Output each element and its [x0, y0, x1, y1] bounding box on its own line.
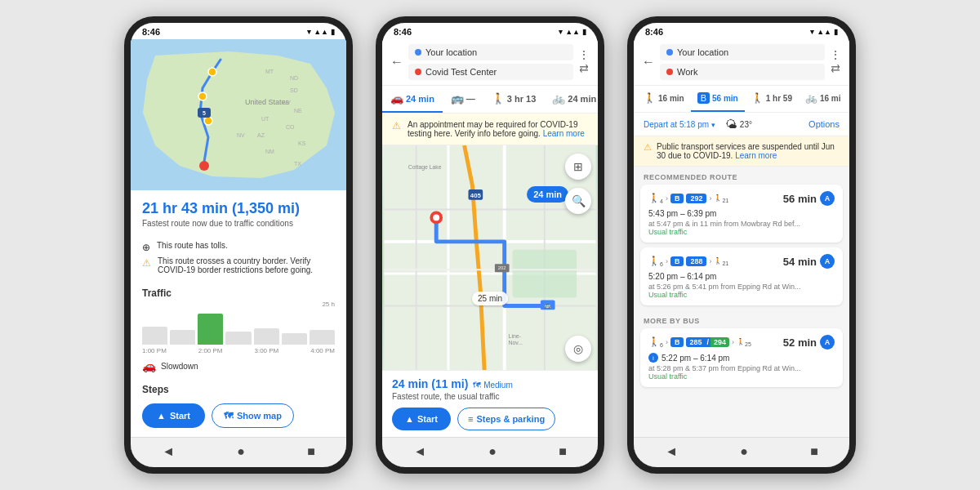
map-svg-1: United States MT ND SD WY NE UT CO KS TX… [131, 39, 346, 190]
steps-section: Steps [131, 379, 346, 399]
bus-number-288: 288 [686, 256, 706, 266]
map-svg-2: Cottage Lake Line- Nov... 405 202 🚌 [382, 145, 598, 370]
destination-dot [415, 69, 421, 75]
search-actions-3: ⋮ ⇅ [830, 48, 841, 76]
more-options-button-3[interactable]: ⋮ [830, 48, 841, 61]
nav-home-3[interactable]: ● [733, 443, 755, 461]
svg-text:WY: WY [282, 100, 292, 105]
wifi-icon-2: ▾ [559, 28, 563, 36]
walk-step-2: 🚶6 [648, 256, 663, 267]
tab-walk-2[interactable]: 🚶 3 hr 13 [483, 86, 544, 113]
traffic-chart [142, 304, 335, 345]
route-2-times: 5:20 pm – 6:14 pm [648, 272, 835, 281]
nav-home-1[interactable]: ● [230, 443, 252, 461]
options-button[interactable]: Options [808, 119, 840, 129]
route-1-duration: 56 min [783, 193, 817, 205]
tab-car[interactable]: 🚗 24 min [382, 86, 443, 113]
depart-label[interactable]: Depart at 5:18 pm ▾ [644, 120, 715, 129]
nav-recent-2[interactable]: ■ [552, 443, 573, 461]
learn-more-link-3[interactable]: Learn more [735, 151, 777, 160]
destination-field-3[interactable]: Work [660, 64, 825, 80]
route-card-2-header: 🚶6 › B 288 › 🚶21 54 min A [648, 254, 835, 269]
info-dot-3: i [648, 353, 658, 363]
route-bottom-sub: Fastest route, the usual traffic [392, 392, 588, 401]
svg-text:KS: KS [298, 140, 306, 146]
route-a-badge-1: A [820, 191, 835, 206]
route-card-2[interactable]: 🚶6 › B 288 › 🚶21 54 min A 5:20 pm – 6:14… [640, 247, 843, 305]
swap-button[interactable]: ⇅ [577, 64, 590, 75]
origin-field[interactable]: Your location [408, 44, 573, 60]
origin-field-3[interactable]: Your location [660, 44, 825, 60]
route-card-1[interactable]: 🚶4 › B 292 › 🚶21 56 min A 5:43 pm – 6:39… [640, 185, 843, 243]
nav-home-2[interactable]: ● [482, 443, 503, 461]
destination-field[interactable]: Covid Test Center [408, 64, 573, 80]
nav-back-2[interactable]: ◄ [407, 443, 433, 461]
bus-number-294: 294 [710, 337, 729, 347]
svg-point-4 [208, 68, 216, 76]
route-2-traffic: Usual traffic [648, 291, 835, 299]
nav-recent-1[interactable]: ■ [301, 443, 322, 461]
walk2-icon-3: 🚶 [751, 92, 764, 104]
status-icons-1: ▾ ▲▲ ▮ [307, 28, 335, 36]
svg-text:NV: NV [237, 132, 245, 138]
route-a-badge-3: A [820, 335, 835, 350]
swap-button-3[interactable]: ⇅ [829, 64, 842, 75]
svg-text:UT: UT [261, 116, 270, 122]
route-bottom-title: 24 min (11 mi) [392, 377, 468, 390]
more-bus-header: MORE BY BUS [634, 310, 849, 328]
svg-text:Line-: Line- [509, 333, 521, 339]
warning-border: ⚠ This route crosses a country border. V… [142, 256, 335, 274]
depart-chevron-icon: ▾ [711, 121, 715, 129]
svg-rect-31 [513, 250, 577, 298]
temperature: 23° [740, 120, 752, 129]
steps-title: Steps [142, 384, 169, 395]
transit-tabs-3: 🚶 16 min B 56 min 🚶 1 hr 59 🚲 16 mi [634, 86, 849, 113]
bar-3pm [254, 328, 279, 345]
svg-text:405: 405 [470, 192, 482, 199]
bus-badge-b-3: B [670, 337, 684, 347]
status-time-3: 8:46 [645, 27, 663, 37]
map-icon: 🗺 [224, 411, 233, 421]
route-bottom-2: 24 min (11 mi) 🗺 Medium Fastest route, t… [382, 370, 598, 437]
tab-transit-2[interactable]: 🚌 — [443, 86, 483, 113]
rec-route-header: RECOMMENDED ROUTE [634, 167, 849, 185]
nav-back-1[interactable]: ◄ [155, 443, 181, 461]
nav-back-3[interactable]: ◄ [658, 443, 684, 461]
route-1-traffic: Usual traffic [648, 228, 835, 236]
arrow-2b: › [709, 257, 711, 265]
destination-text-3: Work [677, 67, 818, 77]
search-header-2: ← Your location Covid Test Center ⋮ ⇅ [382, 39, 598, 86]
nav-recent-3[interactable]: ■ [804, 443, 825, 461]
slowdown-icon: 🚗 [142, 359, 156, 372]
layers-button[interactable]: ⊞ [565, 154, 591, 180]
start-button-2[interactable]: ▲ Start [392, 408, 451, 430]
more-options-button[interactable]: ⋮ [578, 48, 590, 61]
steps-parking-button[interactable]: ≡ Steps & parking [457, 408, 555, 430]
tab-bike-3[interactable]: 🚲 16 mi [799, 86, 848, 112]
route-subtitle: Fastest route now due to traffic conditi… [142, 219, 335, 228]
learn-more-link[interactable]: Learn more [543, 129, 585, 138]
battery-icon: ▮ [331, 28, 335, 36]
svg-text:🚌: 🚌 [544, 301, 551, 309]
step-num-21-1: 🚶21 [714, 194, 728, 203]
arrow-2a: › [666, 257, 668, 265]
back-button-2[interactable]: ← [390, 55, 403, 69]
origin-dot-3 [666, 49, 673, 56]
back-button-3[interactable]: ← [642, 55, 655, 69]
tab-bus-3[interactable]: B 56 min [691, 86, 745, 112]
location-button[interactable]: ◎ [565, 336, 591, 362]
tab-walk-3[interactable]: 🚶 16 min [637, 86, 691, 112]
origin-dot [415, 49, 421, 56]
step-num-21-2: 🚶21 [714, 257, 728, 266]
search-map-button[interactable]: 🔍 [565, 188, 591, 214]
start-button-1[interactable]: ▲ Start [142, 403, 205, 428]
status-icons-2: ▾ ▲▲ ▮ [559, 28, 586, 36]
tab-bike-2[interactable]: 🚲 24 min [544, 86, 598, 113]
route-card-3[interactable]: 🚶6 › B 285 / 294 › 🚶25 52 min [640, 328, 843, 387]
show-map-button[interactable]: 🗺 Show map [212, 403, 294, 428]
warning-icon-2: ⚠ [392, 120, 401, 131]
tab-walk2-3[interactable]: 🚶 1 hr 59 [745, 86, 799, 112]
search-header-3: ← Your location Work ⋮ ⇅ [634, 39, 849, 86]
search-inputs-2: Your location Covid Test Center [408, 44, 573, 80]
status-bar-3: 8:46 ▾ ▲▲ ▮ [634, 23, 849, 39]
